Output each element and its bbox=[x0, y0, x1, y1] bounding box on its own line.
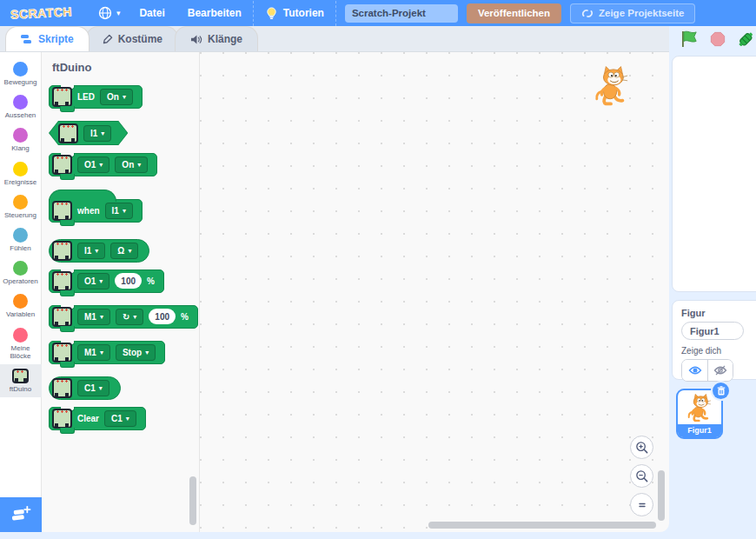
block-label: % bbox=[147, 276, 155, 286]
ftduino-board-icon bbox=[52, 155, 72, 175]
category-label: Meine Blöcke bbox=[0, 344, 42, 360]
ftduino-board-icon bbox=[52, 307, 72, 327]
block-number-input[interactable]: 100 bbox=[115, 273, 142, 289]
block-dropdown[interactable]: M1▾ bbox=[77, 309, 110, 325]
connect-icon[interactable] bbox=[735, 30, 756, 49]
category-label: Variablen bbox=[6, 310, 35, 318]
caret-down-icon: ▾ bbox=[133, 313, 136, 321]
block-dropdown[interactable]: C1▾ bbox=[77, 380, 109, 396]
block-label: LED bbox=[77, 92, 95, 102]
block-input-boolean[interactable]: I1▾ bbox=[50, 122, 127, 144]
ftduino-board-icon bbox=[52, 378, 72, 398]
palette-scrollbar[interactable] bbox=[189, 476, 196, 525]
publish-button[interactable]: Veröffentlichen bbox=[467, 3, 561, 23]
category-operatoren[interactable]: Operatoren bbox=[0, 256, 42, 289]
show-sprite-button[interactable] bbox=[682, 360, 707, 381]
dropdown-value: ↻ bbox=[123, 312, 129, 322]
category-ereignisse[interactable]: Ereignisse bbox=[0, 157, 42, 190]
sprite-thumbnail-figur1[interactable]: Figur1 bbox=[676, 389, 723, 439]
tab-scripts[interactable]: Skripte bbox=[5, 26, 90, 51]
zoom-reset-button[interactable] bbox=[630, 493, 653, 516]
block-input-value[interactable]: I1▾Ω▾ bbox=[49, 239, 149, 263]
category-label: Aussehen bbox=[5, 111, 36, 119]
category-label: Operatoren bbox=[3, 277, 37, 285]
category-klang[interactable]: Klang bbox=[0, 123, 42, 156]
sprite-watermark-cat bbox=[594, 65, 630, 106]
block-dropdown[interactable]: Ω▾ bbox=[110, 243, 138, 259]
workspace-vertical-scrollbar[interactable] bbox=[658, 470, 665, 521]
block-led-on[interactable]: LEDOn▾ bbox=[49, 85, 143, 109]
block-motor-stop[interactable]: M1▾Stop▾ bbox=[49, 341, 165, 364]
block-dropdown[interactable]: M1▾ bbox=[77, 344, 110, 361]
tab-sounds[interactable]: Klänge bbox=[175, 26, 258, 51]
language-selector[interactable]: ▾ bbox=[90, 0, 129, 26]
block-dropdown[interactable]: ↻▾ bbox=[116, 309, 143, 325]
eye-slash-icon bbox=[713, 364, 727, 376]
block-motor-percent[interactable]: M1▾↻▾100% bbox=[49, 305, 198, 329]
scratch-logo[interactable]: SCRATCH bbox=[10, 4, 73, 22]
block-counter-value[interactable]: C1▾ bbox=[49, 376, 121, 400]
dropdown-value: C1 bbox=[84, 383, 96, 393]
topbar-divider bbox=[335, 1, 336, 26]
stop-icon[interactable] bbox=[710, 31, 726, 47]
block-dropdown[interactable]: O1▾ bbox=[77, 156, 109, 173]
block-dropdown[interactable]: I1▾ bbox=[83, 125, 111, 142]
zoom-out-icon bbox=[635, 469, 649, 483]
block-dropdown[interactable]: Stop▾ bbox=[116, 344, 156, 361]
category-steuerung[interactable]: Steuerung bbox=[0, 190, 42, 223]
trash-icon bbox=[717, 386, 726, 396]
sprite-name-input[interactable] bbox=[681, 322, 744, 340]
tutorials-button[interactable]: Tutorien bbox=[254, 0, 335, 26]
green-flag-icon[interactable] bbox=[680, 30, 700, 48]
block-dropdown[interactable]: On▾ bbox=[100, 89, 133, 105]
hide-sprite-button[interactable] bbox=[707, 360, 733, 381]
chevron-down-icon: ▾ bbox=[116, 9, 121, 17]
dropdown-value: O1 bbox=[84, 160, 96, 170]
category-label: Steuerung bbox=[4, 211, 36, 219]
project-page-button[interactable]: Zeige Projektseite bbox=[570, 3, 695, 23]
block-dropdown[interactable]: I1▾ bbox=[105, 203, 133, 219]
zoom-in-button[interactable] bbox=[630, 436, 653, 459]
block-dropdown[interactable]: I1▾ bbox=[77, 243, 105, 259]
stage-column: Figur Zeige dich F bbox=[669, 26, 756, 539]
menu-edit[interactable]: Bearbeiten bbox=[176, 0, 253, 26]
delete-sprite-button[interactable] bbox=[713, 383, 729, 399]
category-aussehen[interactable]: Aussehen bbox=[0, 90, 42, 123]
category-bewegung[interactable]: Bewegung bbox=[0, 57, 42, 90]
block-dropdown[interactable]: O1▾ bbox=[77, 273, 109, 289]
ftduino-board-icon bbox=[52, 241, 72, 261]
category-color-dot bbox=[13, 162, 28, 176]
category-meine-blöcke[interactable]: Meine Blöcke bbox=[0, 323, 42, 364]
block-counter-clear[interactable]: ClearC1▾ bbox=[49, 407, 146, 430]
project-page-icon bbox=[581, 8, 594, 19]
zoom-out-button[interactable] bbox=[630, 464, 653, 488]
block-output-on[interactable]: O1▾On▾ bbox=[49, 153, 157, 176]
menu-file[interactable]: Datei bbox=[128, 0, 176, 26]
caret-down-icon: ▾ bbox=[126, 415, 129, 423]
add-extension-button[interactable] bbox=[0, 497, 42, 532]
block-output-percent[interactable]: O1▾100% bbox=[49, 270, 164, 293]
block-when-input[interactable]: whenI1▾ bbox=[49, 199, 143, 223]
code-workspace[interactable] bbox=[200, 52, 669, 532]
block-dropdown[interactable]: On▾ bbox=[115, 156, 148, 173]
sprite-info-panel: Figur Zeige dich bbox=[672, 300, 756, 380]
block-boolean-outline: I1▾ bbox=[49, 121, 128, 145]
ftduino-board-icon bbox=[52, 87, 72, 107]
category-label: Klang bbox=[11, 144, 29, 152]
category-variablen[interactable]: Variablen bbox=[0, 289, 42, 323]
tab-label: Kostüme bbox=[118, 33, 162, 45]
block-number-input[interactable]: 100 bbox=[149, 309, 176, 324]
ftduino-board-icon bbox=[12, 369, 29, 383]
category-fühlen[interactable]: Fühlen bbox=[0, 223, 42, 256]
block-label: Clear bbox=[77, 414, 99, 423]
caret-down-icon: ▾ bbox=[100, 349, 103, 356]
stage-preview[interactable] bbox=[672, 56, 756, 292]
category-ftduino[interactable]: ftDuino bbox=[0, 364, 42, 397]
tab-costumes[interactable]: Kostüme bbox=[86, 26, 178, 51]
category-label: Bewegung bbox=[4, 78, 37, 86]
ftduino-board-icon bbox=[58, 123, 78, 143]
project-name-input[interactable] bbox=[345, 4, 458, 23]
block-dropdown[interactable]: C1▾ bbox=[104, 410, 136, 427]
workspace-horizontal-scrollbar[interactable] bbox=[428, 522, 656, 529]
category-color-dot bbox=[13, 62, 28, 77]
